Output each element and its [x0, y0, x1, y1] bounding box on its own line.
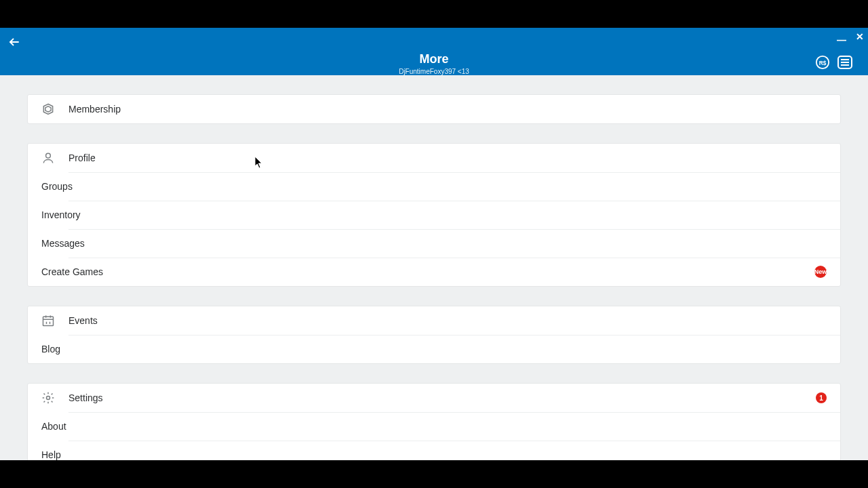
app-window: — ✕ More DjFuntimeFoxy397 <13 R$ Membe — [0, 28, 868, 460]
svg-text:R$: R$ — [819, 60, 827, 66]
menu-item-blog[interactable]: Blog — [28, 335, 840, 363]
menu-group-community: Events Blog — [27, 306, 841, 364]
menu-item-messages[interactable]: Messages — [28, 229, 840, 258]
blog-icon — [27, 342, 41, 356]
page-title: More — [0, 28, 868, 66]
menu-item-label: Profile — [68, 152, 96, 163]
robux-icon: R$ — [815, 55, 830, 70]
menu-item-label: Membership — [68, 104, 121, 115]
menu-item-label: Help — [41, 449, 61, 460]
create-games-icon — [27, 265, 41, 279]
menu-item-label: Create Games — [41, 266, 103, 277]
messages-icon — [27, 237, 41, 250]
menu-item-help[interactable]: Help — [28, 441, 840, 460]
page-subtitle: DjFuntimeFoxy397 <13 — [0, 68, 868, 75]
menu-item-label: Blog — [41, 344, 60, 354]
menu-group-system: Settings 1 About Help — [27, 383, 841, 460]
menu-item-groups[interactable]: Groups — [28, 172, 840, 201]
app-header: — ✕ More DjFuntimeFoxy397 <13 R$ — [0, 28, 868, 75]
notification-badge: 1 — [816, 392, 827, 403]
menu-item-label: Settings — [68, 392, 103, 403]
robux-button[interactable]: R$ — [815, 55, 830, 70]
settings-icon — [41, 391, 68, 405]
menu-item-label: Messages — [41, 238, 85, 249]
svg-point-9 — [46, 153, 51, 158]
close-button[interactable]: ✕ — [856, 32, 864, 43]
menu-item-events[interactable]: Events — [28, 306, 840, 335]
groups-icon — [27, 180, 41, 193]
inventory-icon — [27, 208, 41, 222]
menu-item-label: Events — [68, 315, 98, 326]
menu-item-settings[interactable]: Settings 1 — [28, 384, 840, 412]
new-badge: New — [814, 266, 827, 278]
window-controls: — ✕ — [837, 32, 864, 43]
menu-item-membership[interactable]: Membership — [28, 95, 840, 123]
help-icon — [27, 448, 41, 460]
arrow-left-icon — [8, 36, 20, 48]
menu-icon — [837, 55, 853, 70]
menu-item-label: Groups — [41, 181, 73, 192]
svg-marker-8 — [45, 106, 51, 112]
membership-icon — [41, 102, 68, 116]
about-icon — [27, 420, 41, 433]
menu-item-label: Inventory — [41, 209, 81, 220]
menu-group-account: Profile Groups Inventory — [27, 143, 841, 287]
menu-item-profile[interactable]: Profile — [28, 144, 840, 172]
back-button[interactable] — [8, 36, 20, 48]
menu-item-label: About — [41, 421, 66, 432]
menu-group-membership: Membership — [27, 94, 841, 124]
menu-item-create-games[interactable]: Create Games New — [28, 258, 840, 286]
menu-item-inventory[interactable]: Inventory — [28, 201, 840, 229]
minimize-button[interactable]: — — [837, 35, 846, 45]
menu-content: Membership Profile Groups — [0, 75, 868, 460]
menu-button[interactable] — [837, 55, 853, 70]
events-icon — [41, 314, 68, 327]
svg-rect-16 — [43, 317, 54, 325]
menu-item-about[interactable]: About — [28, 412, 840, 441]
profile-icon — [41, 151, 68, 165]
svg-point-22 — [47, 396, 50, 400]
